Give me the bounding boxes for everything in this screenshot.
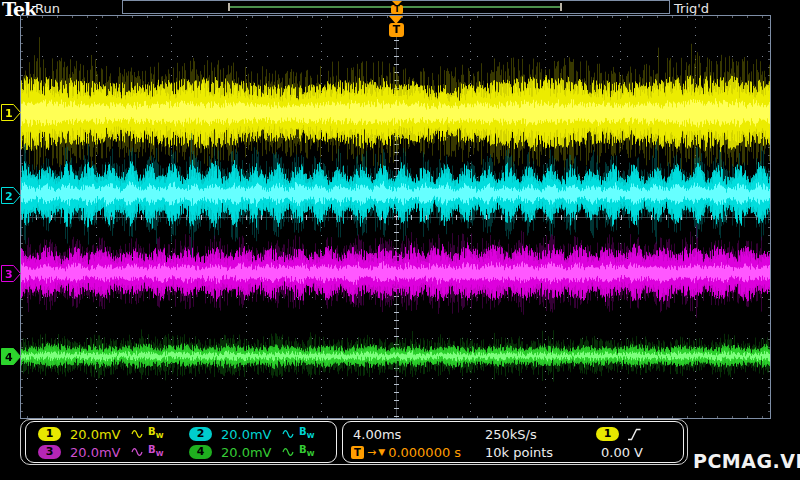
channel-4-scale: 20.0mV — [221, 445, 273, 460]
ac-coupling-icon — [282, 429, 294, 439]
channel-1-marker[interactable]: 1 — [1, 104, 22, 121]
channel-4-coupling: BW — [282, 445, 314, 459]
trigger-position-mini-icon[interactable]: T — [390, 1, 404, 14]
channel-1-scale: 20.0mV — [70, 427, 122, 442]
ac-coupling-icon — [131, 447, 143, 457]
trigger-position-readout: T → ▼ 0.000000 s — [351, 443, 461, 461]
channel-4-readout: 4 20.0mV BW — [189, 443, 314, 461]
channel-2-readout: 2 20.0mV BW — [189, 425, 314, 443]
bandwidth-limit-icon: BW — [148, 445, 163, 459]
triangle-down-icon: ▼ — [378, 447, 385, 457]
bandwidth-limit-icon: BW — [299, 427, 314, 441]
trigger-status: Trig'd — [674, 1, 709, 16]
oscilloscope-screen: Tek Run T Trig'd T 1 2 3 4 1 20.0mV — [0, 0, 800, 480]
watermark: PCMAG.VN — [693, 450, 793, 472]
bandwidth-limit-icon: BW — [299, 445, 314, 459]
svg-text:3: 3 — [5, 268, 13, 281]
channel-3-marker[interactable]: 3 — [1, 265, 22, 282]
horizontal-trigger-readouts-box: 4.00ms 250kS/s 1 T → ▼ 0.000000 s 10k po… — [342, 421, 684, 463]
trigger-position-value: 0.000000 s — [388, 445, 461, 460]
channel-3-badge[interactable]: 3 — [38, 445, 61, 459]
arrow-right-icon: → — [367, 446, 376, 459]
channel-2-badge[interactable]: 2 — [189, 427, 212, 441]
acquisition-state: Run — [35, 1, 60, 16]
record-view: T — [122, 0, 670, 14]
ac-coupling-icon — [282, 447, 294, 457]
svg-text:2: 2 — [5, 190, 13, 203]
bandwidth-limit-icon: BW — [148, 427, 163, 441]
record-window-right-bracket — [560, 3, 562, 11]
trigger-t-badge-icon: T — [351, 446, 364, 459]
channel-2-coupling: BW — [282, 427, 314, 441]
record-window-left-bracket — [228, 3, 230, 11]
trigger-t-icon: T — [389, 23, 404, 37]
graticule — [20, 15, 771, 419]
trigger-source-slope: 1 — [596, 425, 641, 443]
ac-coupling-icon — [131, 429, 143, 439]
sample-rate: 250kS/s — [485, 425, 537, 443]
trigger-mini-t-icon: T — [391, 5, 403, 14]
rising-edge-icon — [628, 428, 641, 441]
channel-4-badge[interactable]: 4 — [189, 445, 212, 459]
channel-1-badge[interactable]: 1 — [38, 427, 61, 441]
svg-text:1: 1 — [5, 107, 13, 120]
horizontal-scale: 4.00ms — [353, 425, 401, 443]
channel-3-coupling: BW — [131, 445, 163, 459]
channel-3-scale: 20.0mV — [70, 445, 122, 460]
channel-2-marker[interactable]: 2 — [1, 187, 22, 204]
record-length: 10k points — [485, 443, 553, 461]
trigger-position-icon[interactable]: T — [389, 16, 404, 39]
trigger-source-badge[interactable]: 1 — [596, 427, 619, 441]
channel-1-coupling: BW — [131, 427, 163, 441]
waveform-canvas — [21, 16, 770, 418]
channel-3-readout: 3 20.0mV BW — [38, 443, 163, 461]
trigger-level: 0.00 V — [601, 443, 643, 461]
channel-readouts-box: 1 20.0mV BW 2 20.0mV BW 3 20.0mV BW 4 — [25, 421, 337, 463]
channel-1-readout: 1 20.0mV BW — [38, 425, 163, 443]
channel-4-marker[interactable]: 4 — [1, 348, 22, 365]
channel-2-scale: 20.0mV — [221, 427, 273, 442]
svg-text:4: 4 — [5, 351, 13, 364]
